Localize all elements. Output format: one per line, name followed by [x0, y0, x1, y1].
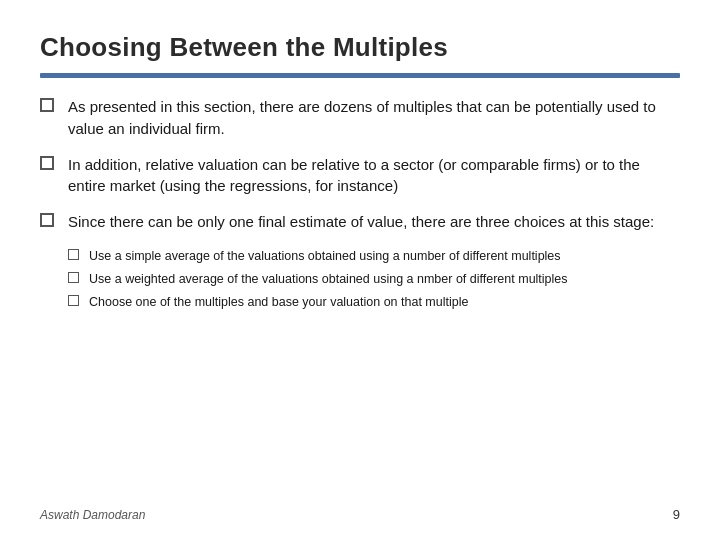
- sub-bullet-checkbox-1: [68, 249, 79, 260]
- bullet-item-3: Since there can be only one final estima…: [40, 211, 680, 233]
- main-bullet-list: As presented in this section, there are …: [40, 96, 680, 233]
- sub-bullet-checkbox-3: [68, 295, 79, 306]
- slide-title: Choosing Between the Multiples: [40, 32, 680, 63]
- bullet-text-1: As presented in this section, there are …: [68, 96, 680, 140]
- sub-bullet-text-3: Choose one of the multiples and base you…: [89, 293, 680, 311]
- sub-bullet-item-1: Use a simple average of the valuations o…: [68, 247, 680, 265]
- slide: Choosing Between the Multiples As presen…: [0, 0, 720, 540]
- title-bar: [40, 73, 680, 78]
- sub-bullet-checkbox-2: [68, 272, 79, 283]
- footer-page: 9: [673, 507, 680, 522]
- bullet-item-1: As presented in this section, there are …: [40, 96, 680, 140]
- bullet-text-2: In addition, relative valuation can be r…: [68, 154, 680, 198]
- footer-author: Aswath Damodaran: [40, 508, 145, 522]
- bullet-checkbox-3: [40, 213, 54, 227]
- bullet-text-3: Since there can be only one final estima…: [68, 211, 680, 233]
- sub-bullet-list: Use a simple average of the valuations o…: [68, 247, 680, 311]
- bullet-checkbox-2: [40, 156, 54, 170]
- sub-bullet-item-2: Use a weighted average of the valuations…: [68, 270, 680, 288]
- sub-bullet-text-2: Use a weighted average of the valuations…: [89, 270, 680, 288]
- sub-bullet-item-3: Choose one of the multiples and base you…: [68, 293, 680, 311]
- footer: Aswath Damodaran 9: [40, 507, 680, 522]
- bullet-item-2: In addition, relative valuation can be r…: [40, 154, 680, 198]
- bullet-checkbox-1: [40, 98, 54, 112]
- sub-bullet-text-1: Use a simple average of the valuations o…: [89, 247, 680, 265]
